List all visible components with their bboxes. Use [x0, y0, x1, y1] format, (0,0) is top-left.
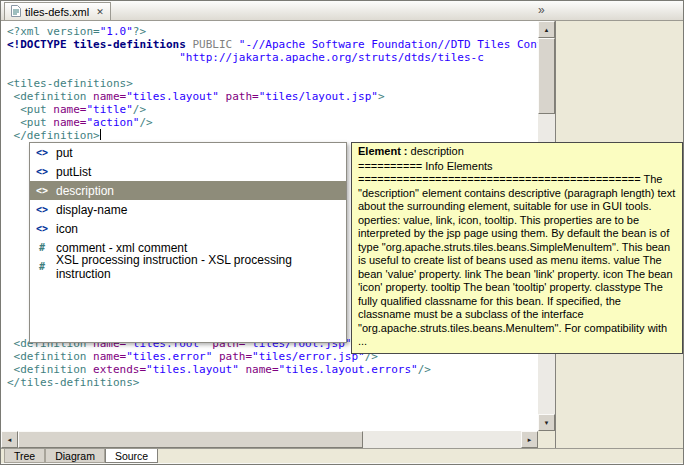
- text-caret: [100, 129, 101, 140]
- completion-item-put[interactable]: <>put: [30, 143, 346, 162]
- element-proposal-icon: <>: [34, 185, 50, 196]
- comment-proposal-icon: #: [34, 242, 50, 253]
- autocomplete-popup: <>put<>putList<>description<>display-nam…: [29, 142, 347, 343]
- tooltip-subtitle: ========== Info Elements: [358, 160, 676, 174]
- scroll-up-icon[interactable]: ▲: [538, 21, 555, 38]
- element-proposal-icon: <>: [34, 147, 50, 158]
- doc-tooltip: Element : description ========== Info El…: [351, 142, 683, 354]
- tooltip-title: Element : description: [358, 145, 676, 159]
- code-line: <!DOCTYPE tiles-definitions PUBLIC "-//A…: [7, 38, 538, 51]
- tooltip-ellipsis: ...: [358, 335, 676, 349]
- scroll-down-icon[interactable]: ▼: [538, 414, 555, 431]
- completion-item-label: display-name: [56, 203, 127, 217]
- horizontal-scrollbar[interactable]: ◄ ►: [1, 431, 538, 448]
- code-line: <definition name="tiles.layout" path="ti…: [7, 90, 538, 103]
- code-line: <?xml version="1.0"?>: [7, 25, 538, 38]
- comment-proposal-icon: #: [34, 261, 50, 272]
- tab-diagram[interactable]: Diagram: [45, 449, 105, 463]
- tab-tree[interactable]: Tree: [4, 449, 45, 463]
- scroll-right-icon[interactable]: ►: [521, 431, 538, 448]
- eclipse-window: tiles-defs.xml ✕ » <?xml version="1.0"?>…: [0, 0, 684, 465]
- completion-item-display-name[interactable]: <>display-name: [30, 200, 346, 219]
- completion-item-label: description: [56, 184, 114, 198]
- editor-tab-title: tiles-defs.xml: [25, 6, 89, 18]
- editor-tab-bar: tiles-defs.xml ✕ »: [1, 1, 683, 21]
- scrollbar-corner: [538, 431, 555, 448]
- completion-item-label: putList: [56, 165, 91, 179]
- tooltip-element-label: Element :: [358, 145, 408, 157]
- completion-list: <>put<>putList<>description<>display-nam…: [30, 143, 346, 276]
- code-line: "http://jakarta.apache.org/struts/dtds/t…: [7, 51, 538, 64]
- element-proposal-icon: <>: [34, 166, 50, 177]
- tooltip-element-name: description: [411, 145, 464, 157]
- code-line: <tiles-definitions>: [7, 77, 538, 90]
- element-proposal-icon: <>: [34, 204, 50, 215]
- tooltip-body: ========================================…: [358, 173, 676, 335]
- scroll-left-icon[interactable]: ◄: [1, 431, 18, 448]
- completion-item-xsl[interactable]: #XSL processing instruction - XSL proces…: [30, 257, 346, 276]
- xml-file-icon: [11, 5, 21, 19]
- code-line: </definition>: [7, 129, 538, 142]
- tab-overflow-icon[interactable]: »: [538, 3, 545, 17]
- code-line: <put name="title"/>: [7, 103, 538, 116]
- horizontal-scroll-thumb[interactable]: [18, 431, 363, 448]
- tab-source[interactable]: Source: [105, 449, 158, 463]
- completion-item-label: put: [56, 146, 73, 160]
- bottom-tab-bar: TreeDiagramSource: [1, 448, 683, 463]
- vertical-scroll-thumb[interactable]: [538, 38, 555, 114]
- editor-tab-tiles-defs[interactable]: tiles-defs.xml ✕: [4, 2, 111, 20]
- completion-item-icon[interactable]: <>icon: [30, 219, 346, 238]
- element-proposal-icon: <>: [34, 223, 50, 234]
- completion-item-description[interactable]: <>description: [30, 181, 346, 200]
- code-line: <definition extends="tiles.layout" name=…: [7, 363, 538, 376]
- code-line: <put name="action"/>: [7, 116, 538, 129]
- completion-item-label: icon: [56, 222, 78, 236]
- completion-item-label: XSL processing instruction - XSL process…: [56, 253, 342, 281]
- completion-item-putlist[interactable]: <>putList: [30, 162, 346, 181]
- code-line: </tiles-definitions>: [7, 376, 538, 389]
- close-icon[interactable]: ✕: [96, 7, 104, 17]
- code-line: [7, 64, 538, 77]
